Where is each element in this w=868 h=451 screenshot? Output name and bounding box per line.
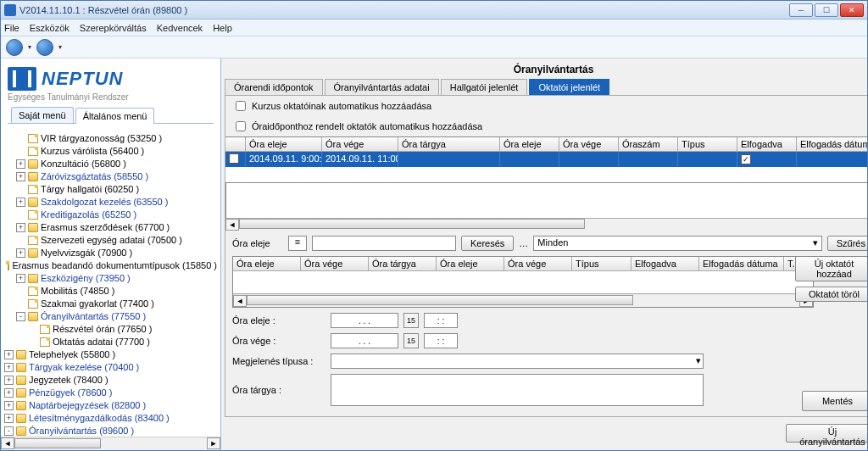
column-header[interactable]: Óra vége [559, 137, 619, 151]
accepted-checkbox[interactable]: ✓ [741, 154, 751, 164]
grid2-hscrollbar[interactable]: ◄ ► [233, 293, 813, 307]
scroll-thumb[interactable] [247, 295, 633, 305]
tree-item[interactable]: Szakmai gyakorlat (77400 ) [3, 298, 219, 310]
collapse-icon[interactable]: - [4, 426, 14, 436]
column-header[interactable]: Óra eleje [500, 137, 559, 151]
column-header[interactable]: Óra eleje [437, 257, 504, 270]
expand-icon[interactable]: + [4, 401, 14, 410]
delete-teacher-button[interactable]: Oktatót töröl [795, 287, 867, 302]
tab-attendance-data[interactable]: Óranyilvántartás adatai [325, 79, 439, 95]
tree-item[interactable]: +Létesítménygazdálkodás (83400 ) [3, 412, 219, 425]
expand-icon[interactable]: + [16, 198, 25, 207]
tree-item[interactable]: Erasmus beadandó dokumentumtípusok (1585… [3, 259, 219, 272]
tree-item[interactable]: Mobilitás (74850 ) [3, 285, 219, 298]
column-header[interactable]: Típus [572, 257, 632, 270]
tree-item[interactable]: Részvétel órán (77650 ) [3, 323, 219, 336]
menu-favorites[interactable]: Kedvencek [157, 23, 203, 33]
lessons-grid[interactable]: Óra elejeÓra végeÓra tárgyaÓra elejeÓra … [225, 136, 867, 183]
auto-add-course-teachers-checkbox[interactable] [236, 101, 246, 111]
collapse-icon[interactable]: - [16, 312, 25, 321]
column-header[interactable]: Elfogadás dátuma [699, 257, 784, 270]
row-checkbox[interactable] [229, 153, 239, 164]
menu-help[interactable]: Help [213, 23, 232, 33]
tree-item[interactable]: -Óranyilvántartás (89600 ) [3, 425, 219, 437]
start-date-input[interactable] [331, 313, 398, 328]
expand-icon[interactable]: + [4, 350, 14, 359]
tree-item[interactable]: VIR tárgyazonosság (53250 ) [3, 132, 219, 145]
end-time-input[interactable] [424, 333, 458, 348]
column-header[interactable]: Óra eleje [246, 137, 322, 151]
tree-item[interactable]: +Záróvizsgáztatás (58550 ) [3, 170, 219, 183]
navigation-tree[interactable]: VIR tárgyazonosság (53250 )Kurzus váróli… [1, 129, 220, 437]
menu-file[interactable]: File [4, 23, 19, 33]
tree-hscrollbar[interactable]: ◄ ► [1, 437, 220, 450]
nav-forward-button[interactable] [36, 39, 53, 56]
expand-icon[interactable]: + [4, 376, 14, 385]
new-attendance-button[interactable]: Új óranyilvántartás [786, 424, 867, 443]
column-header[interactable]: Óra eleje [233, 257, 301, 270]
tree-item[interactable]: +Telephelyek (55800 ) [3, 348, 219, 361]
scroll-thumb[interactable] [239, 219, 585, 229]
column-header[interactable]: Óra tárgya [398, 137, 500, 151]
start-time-input[interactable] [424, 313, 458, 328]
scroll-left-icon[interactable]: ◄ [225, 219, 239, 231]
tab-teacher-presence[interactable]: Oktatói jelenlét [529, 79, 609, 95]
end-date-input[interactable] [331, 333, 398, 348]
scroll-left-icon[interactable]: ◄ [1, 437, 14, 449]
column-header[interactable]: Elfogadva [737, 137, 797, 151]
menu-role[interactable]: Szerepkörváltás [80, 23, 147, 33]
column-header[interactable]: Típus [678, 137, 737, 151]
save-button[interactable]: Mentés [802, 391, 867, 411]
calendar-icon[interactable]: 15 [403, 333, 419, 348]
expand-icon[interactable]: + [16, 223, 25, 232]
menu-tools[interactable]: Eszközök [30, 23, 70, 33]
expand-icon[interactable]: + [16, 274, 25, 283]
minimize-button[interactable]: ─ [789, 3, 813, 17]
column-header[interactable]: Óra vége [301, 257, 369, 270]
filter-operator-button[interactable]: ≡ [288, 236, 307, 251]
expand-icon[interactable]: + [4, 388, 14, 398]
tree-item[interactable]: +Pénzügyek (78600 ) [3, 387, 219, 399]
column-header[interactable] [225, 137, 246, 151]
column-header[interactable]: Óraszám [619, 137, 678, 151]
column-header[interactable]: Elfogadás dátuma [797, 137, 867, 151]
tree-item[interactable]: +Jegyzetek (78400 ) [3, 374, 219, 387]
expand-icon[interactable]: + [4, 363, 14, 372]
grid1-hscrollbar[interactable]: ◄ ► [225, 218, 867, 231]
tab-general-menu[interactable]: Általános menü [75, 108, 155, 124]
expand-icon[interactable]: + [16, 172, 25, 181]
tree-item[interactable]: +Szakdolgozat kezelés (63550 ) [3, 196, 219, 209]
tab-schedule-times[interactable]: Órarendi időpontok [225, 79, 323, 95]
tab-student-presence[interactable]: Hallgatói jelenlét [441, 79, 528, 95]
table-row[interactable]: 2014.09.11. 9:00:002014.09.11. 11:00:00✓ [225, 152, 867, 167]
scroll-right-icon[interactable]: ► [207, 437, 220, 449]
expand-icon[interactable]: + [16, 159, 25, 169]
tree-item[interactable]: Kurzus várólista (56400 ) [3, 145, 219, 158]
expand-icon[interactable]: + [16, 248, 25, 258]
tree-item[interactable]: +Tárgyak kezelése (70400 ) [3, 361, 219, 374]
tree-item[interactable]: Tárgy hallgatói (60250 ) [3, 183, 219, 196]
tree-item[interactable]: Oktatás adatai (77700 ) [3, 336, 219, 348]
column-header[interactable]: Elfogadva [632, 257, 699, 270]
tree-item[interactable]: Szervezeti egység adatai (70500 ) [3, 234, 219, 247]
search-button[interactable]: Keresés [461, 236, 514, 251]
tree-item[interactable]: +Erasmus szerződések (67700 ) [3, 221, 219, 234]
nav-back-button[interactable] [6, 39, 23, 56]
tree-item[interactable]: +Konzultáció (56800 ) [3, 158, 219, 170]
auto-add-time-teachers-checkbox[interactable] [236, 121, 246, 131]
tree-item[interactable]: +Eszközigény (73950 ) [3, 272, 219, 285]
tab-own-menu[interactable]: Saját menü [11, 107, 74, 123]
tree-item[interactable]: Kreditigazolás (65250 ) [3, 209, 219, 221]
teachers-grid[interactable]: Óra elejeÓra végeÓra tárgyaÓra elejeÓra … [232, 256, 814, 308]
display-type-combo[interactable]: ▾ [331, 354, 704, 369]
filter-value-input[interactable] [312, 236, 456, 251]
expand-icon[interactable]: + [4, 414, 14, 423]
tree-item[interactable]: +Naptárbejegyzések (82800 ) [3, 399, 219, 412]
column-header[interactable]: Óra vége [504, 257, 572, 270]
column-header[interactable]: Óra tárgya [369, 257, 437, 270]
tree-item[interactable]: -Óranyilvántartás (77550 ) [3, 310, 219, 323]
filter-scope-combo[interactable]: Minden▾ [533, 236, 821, 251]
tree-item[interactable]: +Nyelvvizsgák (70900 ) [3, 247, 219, 259]
nav-back-dropdown[interactable]: ▾ [28, 43, 31, 51]
filter-button[interactable]: Szűrés [827, 236, 867, 251]
